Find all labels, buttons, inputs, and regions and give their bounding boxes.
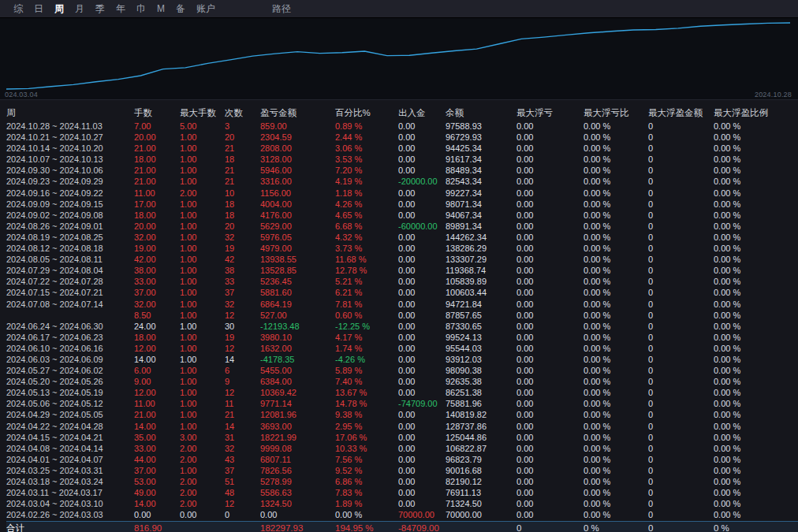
table-row[interactable]: 2024.03.25 ~ 2024.03.3137.001.00377826.5…: [6, 465, 798, 476]
table-row[interactable]: 2024.03.04 ~ 2024.03.1014.002.00121324.5…: [6, 498, 798, 509]
table-row[interactable]: 2024.10.14 ~ 2024.10.2021.001.00212808.0…: [6, 143, 798, 154]
table-row[interactable]: 2024.06.10 ~ 2024.06.1612.001.00121632.0…: [6, 343, 798, 354]
total-row[interactable]: 合计816.90182297.93194.95 %-84709.0000 %00…: [6, 521, 798, 532]
column-header-8[interactable]: 余额: [446, 107, 516, 119]
cell-pnl: 4004.00: [260, 199, 335, 210]
cell-max-float-profit: 0: [648, 221, 714, 232]
table-row[interactable]: 2024.09.23 ~ 2024.09.2921.001.00213316.0…: [6, 176, 798, 187]
table-row[interactable]: 2024.09.30 ~ 2024.10.0621.001.00215946.0…: [6, 165, 798, 176]
table-row[interactable]: 2024.08.19 ~ 2024.08.2532.001.00325976.0…: [6, 232, 798, 243]
table-row[interactable]: 2024.02.26 ~ 2024.03.030.000.0000.000.00…: [6, 509, 798, 520]
table-row[interactable]: 2024.06.03 ~ 2024.06.0914.001.0014-4178.…: [6, 354, 798, 365]
column-header-7[interactable]: 出入金: [398, 107, 446, 119]
table-row[interactable]: 2024.05.27 ~ 2024.06.026.001.0065455.005…: [6, 365, 798, 376]
column-header-11[interactable]: 最大浮盈金额: [648, 107, 714, 119]
table-row[interactable]: 2024.04.01 ~ 2024.04.0744.002.00436807.1…: [6, 454, 798, 465]
table-row[interactable]: 2024.10.07 ~ 2024.10.1318.001.00183128.0…: [6, 154, 798, 165]
cell-cash-flow: 0.00: [398, 498, 446, 509]
column-header-12[interactable]: 最大浮盈比例: [714, 107, 798, 119]
table-row[interactable]: 2024.03.11 ~ 2024.03.1749.002.00485586.6…: [6, 487, 798, 498]
cell-max-float-profit-pct: 0.00 %: [714, 310, 798, 321]
table-row[interactable]: 2024.07.29 ~ 2024.08.0438.001.003813528.…: [6, 265, 798, 276]
cell-max-float-loss: 0.00: [516, 165, 584, 176]
table-row[interactable]: 2024.06.24 ~ 2024.06.3024.001.0030-12193…: [6, 321, 798, 332]
column-header-4[interactable]: 次数: [225, 107, 260, 119]
week-cell: 2024.07.15 ~ 2024.07.21: [6, 287, 134, 298]
cell-balance: 99524.13: [446, 332, 516, 343]
cell-balance: 94425.34: [446, 143, 516, 154]
table-row[interactable]: 2024.07.08 ~ 2024.07.1432.001.00326864.1…: [6, 299, 798, 310]
table-row[interactable]: 2024.09.09 ~ 2024.09.1517.001.00184004.0…: [6, 199, 798, 210]
menu-item-2[interactable]: 日: [28, 0, 49, 17]
cell-pct: 0.60 %: [335, 310, 398, 321]
app-window: 综日周月季年巾M备账户路径 024.03.04 2024.10.28 周手数最大…: [0, 0, 798, 532]
cell-pct: 4.26 %: [335, 199, 398, 210]
table-row[interactable]: 2024.04.22 ~ 2024.04.2814.001.00143693.0…: [6, 421, 798, 432]
column-header-6[interactable]: 百分比%: [335, 107, 398, 119]
table-row[interactable]: 2024.06.17 ~ 2024.06.2318.001.00193980.1…: [6, 332, 798, 343]
cell-max-float-loss: 0.00: [516, 332, 584, 343]
cell-max-lots: 1.00: [180, 343, 225, 354]
cell-cash-flow: 0.00: [398, 454, 446, 465]
menu-item-1[interactable]: 综: [8, 0, 28, 17]
menu-item-7[interactable]: 巾: [131, 0, 151, 17]
column-header-5[interactable]: 盈亏金额: [260, 107, 335, 119]
cell-cash-flow: 0.00: [398, 321, 446, 332]
cell-pnl: 2304.59: [260, 132, 335, 143]
table-row[interactable]: 2024.04.29 ~ 2024.05.0521.001.002112081.…: [6, 409, 798, 420]
week-cell: 2024.10.14 ~ 2024.10.20: [6, 143, 134, 154]
cell-max-float-loss-pct: 0.00 %: [584, 465, 648, 476]
table-row[interactable]: 8.501.0012527.000.60 %0.0087857.650.000.…: [6, 310, 798, 321]
table-row[interactable]: 2024.07.15 ~ 2024.07.2137.001.00375881.6…: [6, 287, 798, 298]
column-header-9[interactable]: 最大浮亏: [516, 107, 584, 119]
cell-max-float-loss: 0.00: [516, 310, 584, 321]
menu-item-4[interactable]: 月: [69, 0, 90, 17]
table-row[interactable]: 2024.08.12 ~ 2024.08.1819.001.00194979.0…: [6, 243, 798, 254]
column-header-10[interactable]: 最大浮亏比: [584, 107, 648, 119]
menu-item-5[interactable]: 季: [90, 0, 110, 17]
cell-max-float-profit-pct: 0.00 %: [714, 398, 798, 409]
table-row[interactable]: 2024.05.20 ~ 2024.05.269.001.0096384.007…: [6, 376, 798, 387]
cell-max-lots: 1.00: [180, 465, 225, 476]
cell-times: 20: [225, 221, 260, 232]
cell-max-lots: 1.00: [180, 132, 225, 143]
column-header-1[interactable]: 周: [6, 107, 134, 119]
menu-item-9[interactable]: 备: [170, 0, 191, 17]
cell-pct: 6.86 %: [335, 476, 398, 487]
cell-times: 11: [225, 398, 260, 409]
table-row[interactable]: 2024.05.06 ~ 2024.05.1211.001.00119771.1…: [6, 398, 798, 409]
table-row[interactable]: 2024.07.22 ~ 2024.07.2833.001.00335236.4…: [6, 276, 798, 287]
cell-max-float-profit-pct: 0.00 %: [714, 287, 798, 298]
cell-max-float-profit-pct: 0.00 %: [714, 465, 798, 476]
table-row[interactable]: 2024.05.13 ~ 2024.05.1912.001.001210369.…: [6, 387, 798, 398]
cell-lots: 14.00: [134, 354, 180, 365]
table-row[interactable]: 2024.03.18 ~ 2024.03.2453.002.00515278.9…: [6, 476, 798, 487]
menu-item-3[interactable]: 周: [49, 0, 69, 17]
cell-max-float-loss: 0.00: [516, 509, 584, 520]
cell-max-float-loss-pct: 0.00 %: [584, 387, 648, 398]
table-row[interactable]: 2024.04.08 ~ 2024.04.1433.002.00329999.0…: [6, 443, 798, 454]
table-row[interactable]: 2024.09.16 ~ 2024.09.2211.002.00101156.0…: [6, 188, 798, 199]
cell-max-float-loss-pct: 0.00 %: [584, 287, 648, 298]
menu-item-8[interactable]: M: [151, 0, 170, 17]
week-cell: 2024.05.13 ~ 2024.05.19: [6, 387, 134, 398]
table-row[interactable]: 2024.08.05 ~ 2024.08.1142.001.004213938.…: [6, 254, 798, 265]
table-row[interactable]: 2024.08.26 ~ 2024.09.0120.001.00205629.0…: [6, 221, 798, 232]
cell-pnl: 3980.10: [260, 332, 335, 343]
cell-max-lots: 1.00: [180, 199, 225, 210]
table-row[interactable]: 2024.10.28 ~ 2024.11.037.005.003859.000.…: [6, 121, 798, 132]
menu-item-10[interactable]: 账户: [191, 0, 221, 17]
cell-max-float-loss: 0.00: [516, 143, 584, 154]
table-row[interactable]: 2024.09.02 ~ 2024.09.0818.001.00184176.0…: [6, 210, 798, 221]
week-cell: 2024.06.24 ~ 2024.06.30: [6, 321, 134, 332]
cell-times: 12: [225, 498, 260, 509]
cell-cash-flow: -20000.00: [398, 176, 446, 187]
menu-item-11[interactable]: 路径: [267, 0, 296, 17]
cell-cash-flow: 0.00: [398, 387, 446, 398]
menu-item-6[interactable]: 年: [110, 0, 131, 17]
column-header-3[interactable]: 最大手数: [180, 107, 225, 119]
cell-max-float-loss: 0.00: [516, 188, 584, 199]
table-row[interactable]: 2024.04.15 ~ 2024.04.2135.003.003118221.…: [6, 432, 798, 443]
table-row[interactable]: 2024.10.21 ~ 2024.10.2720.001.00202304.5…: [6, 132, 798, 143]
column-header-2[interactable]: 手数: [134, 107, 180, 119]
